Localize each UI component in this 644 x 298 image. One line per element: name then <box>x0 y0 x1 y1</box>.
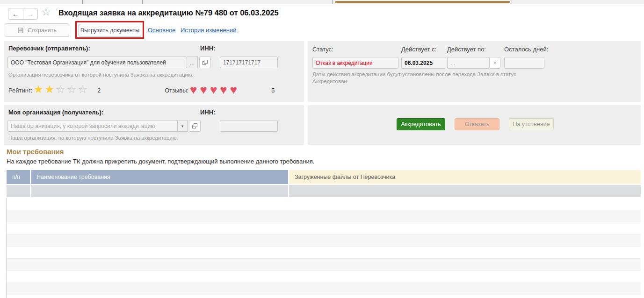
save-button[interactable]: Сохранить <box>5 23 69 37</box>
favorite-star-icon[interactable]: ☆ <box>41 6 51 18</box>
reviews-label: Отзывы: <box>165 87 188 94</box>
upload-documents-button[interactable]: Выгрузить документы <box>79 24 141 36</box>
requirements-title: Мои требования <box>7 148 64 156</box>
rating-label: Рейтинг: <box>8 87 32 94</box>
heart-icon: ♥ <box>210 83 220 97</box>
carrier-panel: Перевозчик (отправитель): ИНН: … Организ… <box>4 41 304 102</box>
valid-to-label: Действует по: <box>447 46 486 53</box>
forward-button[interactable]: → <box>23 8 38 19</box>
star-empty-icon[interactable]: ☆ <box>56 83 67 95</box>
empty-stripe <box>7 222 641 234</box>
tab-divider <box>332 0 333 4</box>
clarify-button[interactable]: На уточнение <box>509 118 554 130</box>
status-panel: Статус: Отказ в аккредитации Действует с… <box>308 41 641 102</box>
carrier-inn-input[interactable] <box>220 57 278 68</box>
carrier-label: Перевозчик (отправитель): <box>8 45 90 52</box>
my-organization-panel: Моя организация (получатель): ИНН: ▾ Наш… <box>4 105 304 145</box>
nav-link-change-history[interactable]: История изменений <box>181 27 237 34</box>
history-nav-group: ← → <box>8 8 38 20</box>
heart-icon: ♥ <box>200 83 210 97</box>
star-empty-icon[interactable]: ☆ <box>78 83 89 95</box>
my-org-input[interactable] <box>7 120 178 132</box>
open-in-new-icon <box>203 60 208 65</box>
status-hint: Даты действия аккредитации будут установ… <box>312 71 532 85</box>
valid-to-clear-icon[interactable]: × <box>489 57 500 69</box>
empty-stripe <box>7 234 641 247</box>
my-org-hint: Наша организация, на которую поступила З… <box>8 135 178 141</box>
back-arrow-icon: ← <box>12 10 19 18</box>
requirements-subtitle: На каждое требование ТК должна прикрепит… <box>7 158 314 165</box>
my-org-label: Моя организация (получатель): <box>8 109 103 116</box>
heart-icon: ♥ <box>190 83 200 97</box>
application-window: ← → ☆ Входящая заявка на аккредитацию №7… <box>0 0 644 298</box>
page-title: Входящая заявка на аккредитацию №79 480 … <box>58 8 279 17</box>
star-filled-icon[interactable]: ★ <box>34 83 45 95</box>
forward-arrow-icon: → <box>27 10 34 18</box>
status-label: Статус: <box>312 46 333 53</box>
carrier-lookup-button[interactable]: … <box>187 57 198 68</box>
tab-divider <box>512 0 512 4</box>
heart-icon: ♥ <box>230 83 240 97</box>
window-tab-strip[interactable] <box>0 0 644 4</box>
table-row[interactable] <box>7 185 30 197</box>
valid-from-label: Действует с: <box>401 46 436 53</box>
days-left-field <box>504 57 544 69</box>
my-org-dropdown-icon[interactable]: ▾ <box>177 120 188 132</box>
tab-divider <box>142 0 143 4</box>
column-header-requirement-name[interactable]: Наименование требования <box>31 170 288 184</box>
my-org-inn-input <box>220 120 278 132</box>
carrier-inn-label: ИНН: <box>200 45 215 52</box>
my-org-open-icon[interactable] <box>189 120 201 132</box>
nav-link-main[interactable]: Основное <box>148 27 176 34</box>
empty-stripe <box>7 210 641 222</box>
carrier-input[interactable] <box>7 57 187 68</box>
status-value-field: Отказ в аккредитации <box>312 57 398 69</box>
active-tab-indicator[interactable] <box>335 1 510 3</box>
rating-value: 2 <box>97 87 101 94</box>
tab-divider <box>82 0 83 4</box>
column-header-number[interactable]: п/п <box>7 170 30 184</box>
column-header-uploaded-files[interactable]: Загруженные файлы от Перевозчика <box>289 170 641 184</box>
table-row[interactable] <box>289 185 641 197</box>
rating-stars[interactable]: ★★☆☆☆ <box>34 84 89 95</box>
star-filled-icon[interactable]: ★ <box>45 83 56 95</box>
empty-stripe <box>7 271 641 283</box>
save-button-label: Сохранить <box>28 27 57 34</box>
empty-stripe <box>7 247 641 259</box>
accredit-button[interactable]: Аккредитовать <box>397 118 445 130</box>
table-row[interactable] <box>31 185 288 197</box>
heart-icon: ♥ <box>220 83 230 97</box>
my-org-inn-label: ИНН: <box>200 109 215 116</box>
reviews-value: 5 <box>271 87 275 94</box>
reject-button[interactable]: Отказать <box>455 118 499 130</box>
table-empty-area <box>6 198 641 298</box>
empty-stripe <box>7 259 641 271</box>
empty-stripe <box>7 198 641 210</box>
empty-stripe <box>7 283 641 295</box>
days-left-label: Осталось дней: <box>504 46 548 53</box>
valid-to-field[interactable]: . . <box>447 57 489 69</box>
carrier-open-icon[interactable] <box>199 57 211 68</box>
back-button[interactable]: ← <box>8 8 23 19</box>
carrier-hint: Организация перевозчика от которой посту… <box>8 72 194 78</box>
floppy-disk-icon <box>17 27 24 34</box>
star-empty-icon[interactable]: ☆ <box>67 83 78 95</box>
reviews-hearts: ♥♥♥♥♥ <box>190 84 240 96</box>
actions-panel: Аккредитовать Отказать На уточнение <box>308 105 641 145</box>
open-in-new-icon <box>192 123 197 128</box>
upload-documents-label: Выгрузить документы <box>80 27 140 34</box>
valid-from-field[interactable]: 06.03.2025 <box>401 57 446 69</box>
